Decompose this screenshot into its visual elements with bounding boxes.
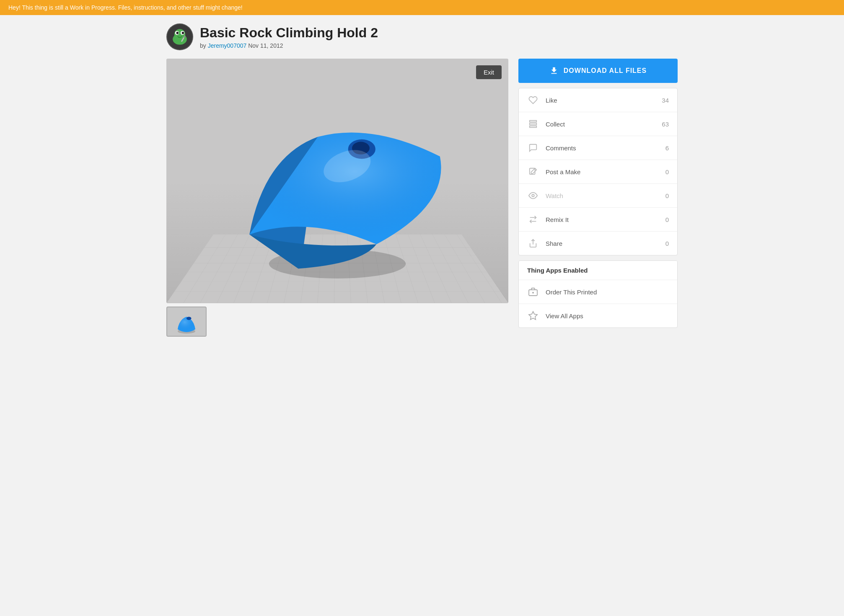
thumbnail-item[interactable] (166, 307, 207, 337)
svg-point-5 (176, 32, 179, 34)
like-icon (527, 94, 539, 106)
view-all-apps-icon (527, 310, 539, 322)
share-count: 0 (665, 240, 669, 247)
watch-icon (527, 190, 539, 201)
remix-count: 0 (665, 216, 669, 223)
publish-date: Nov 11, 2012 (248, 42, 283, 49)
download-icon (549, 66, 559, 75)
author-link[interactable]: Jeremy007007 (208, 42, 247, 49)
watch-count: 0 (665, 192, 669, 199)
thumbnails-strip (166, 307, 508, 337)
post-a-make-icon (527, 166, 539, 178)
like-count: 34 (662, 97, 669, 104)
byline-prefix: by (200, 42, 206, 49)
post-a-make-label: Post a Make (539, 168, 665, 175)
watch-action-row[interactable]: Watch 0 (519, 184, 677, 208)
svg-point-6 (182, 32, 184, 34)
view-all-apps-label: View All Apps (539, 312, 669, 320)
share-label: Share (539, 240, 665, 247)
thing-apps-title: Thing Apps Enabled (519, 261, 677, 280)
order-printed-icon (527, 286, 539, 298)
collect-label: Collect (539, 121, 662, 128)
like-label: Like (539, 97, 662, 104)
left-column: Exit (166, 59, 508, 337)
order-printed-app-row[interactable]: Order This Printed (519, 280, 677, 304)
byline: by Jeremy007007 Nov 11, 2012 (200, 42, 378, 49)
share-icon (527, 237, 539, 249)
watch-label: Watch (539, 192, 665, 199)
thumbnail-svg (167, 307, 206, 337)
page-title: Basic Rock Climbing Hold 2 (200, 25, 378, 41)
wip-banner: Hey! This thing is still a Work in Progr… (0, 0, 844, 15)
share-action-row[interactable]: Share 0 (519, 232, 677, 255)
collect-icon (527, 118, 539, 130)
svg-marker-22 (529, 312, 537, 320)
view-all-apps-row[interactable]: View All Apps (519, 304, 677, 327)
comments-label: Comments (539, 144, 665, 152)
collect-count: 63 (662, 121, 669, 128)
actions-card: Like 34 Collect 63 (518, 88, 678, 255)
remix-label: Remix It (539, 216, 665, 223)
svg-point-17 (532, 194, 534, 197)
svg-point-15 (186, 317, 192, 320)
download-all-files-button[interactable]: DOWNLOAD ALL FILES (518, 59, 678, 83)
remix-icon (527, 214, 539, 225)
page-header: Basic Rock Climbing Hold 2 by Jeremy0070… (166, 23, 678, 50)
order-printed-label: Order This Printed (539, 289, 669, 296)
post-a-make-action-row[interactable]: Post a Make 0 (519, 160, 677, 184)
comments-count: 6 (665, 144, 669, 152)
banner-text: Hey! This thing is still a Work in Progr… (8, 4, 243, 11)
comments-icon (527, 142, 539, 154)
comments-action-row[interactable]: Comments 6 (519, 136, 677, 160)
collect-action-row[interactable]: Collect 63 (519, 112, 677, 136)
avatar (166, 23, 193, 50)
post-a-make-count: 0 (665, 168, 669, 175)
exit-button[interactable]: Exit (476, 65, 502, 79)
thing-apps-section: Thing Apps Enabled Order This Printed (518, 260, 678, 328)
download-button-label: DOWNLOAD ALL FILES (564, 67, 647, 75)
image-viewer: Exit (166, 59, 508, 303)
remix-it-action-row[interactable]: Remix It 0 (519, 208, 677, 232)
header-text: Basic Rock Climbing Hold 2 by Jeremy0070… (200, 25, 378, 49)
like-action-row[interactable]: Like 34 (519, 88, 677, 112)
right-column: DOWNLOAD ALL FILES Like 34 (518, 59, 678, 328)
main-layout: Exit (166, 59, 678, 337)
3d-model-svg (166, 59, 508, 303)
